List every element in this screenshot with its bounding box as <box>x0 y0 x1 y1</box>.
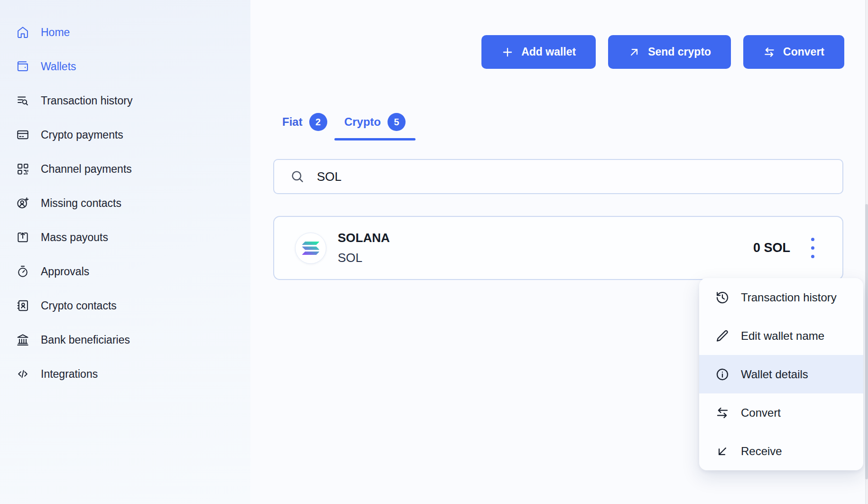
wallet-symbol: SOL <box>338 251 390 265</box>
sidebar-item-label: Crypto contacts <box>41 299 117 312</box>
wallet-name: SOLANA <box>338 231 390 245</box>
wallet-context-menu: Transaction history Edit wallet name Wal… <box>699 278 863 470</box>
kebab-dot <box>811 255 814 258</box>
sidebar-item-label: Transaction history <box>41 94 132 107</box>
sidebar-item-home[interactable]: Home <box>0 15 250 49</box>
tab-crypto-count-badge: 5 <box>388 113 406 131</box>
box-arrow-up-icon <box>16 231 29 244</box>
convert-button[interactable]: Convert <box>743 35 844 69</box>
sidebar-item-label: Home <box>41 26 70 39</box>
sidebar-item-mass-payouts[interactable]: Mass payouts <box>0 220 250 254</box>
sidebar-item-missing-contacts[interactable]: Missing contacts <box>0 186 250 220</box>
menu-item-label: Convert <box>741 406 781 420</box>
search-icon <box>290 169 305 184</box>
wallet-actions-menu-button[interactable] <box>809 237 816 260</box>
menu-item-wallet-details[interactable]: Wallet details <box>699 355 863 393</box>
sidebar-item-label: Crypto payments <box>41 129 123 141</box>
sidebar-item-crypto-payments[interactable]: Crypto payments <box>0 118 250 152</box>
qr-code-icon <box>16 162 29 176</box>
search-input[interactable] <box>317 169 831 184</box>
tab-crypto-label: Crypto <box>344 115 381 129</box>
sidebar-item-transaction-history[interactable]: Transaction history <box>0 84 250 118</box>
sidebar-item-crypto-contacts[interactable]: Crypto contacts <box>0 289 250 323</box>
convert-label: Convert <box>783 46 824 58</box>
sidebar: Home Wallets Transaction history Crypto … <box>0 0 250 504</box>
sidebar-item-label: Missing contacts <box>41 197 121 210</box>
wallet-row-solana[interactable]: SOLANA SOL 0 SOL <box>273 216 843 280</box>
sidebar-item-label: Approvals <box>41 265 89 278</box>
solana-logo-icon <box>295 233 326 264</box>
user-plus-icon <box>16 196 29 210</box>
menu-item-label: Transaction history <box>741 291 837 304</box>
sidebar-item-label: Integrations <box>41 368 98 381</box>
sidebar-item-bank-beneficiaries[interactable]: Bank beneficiaries <box>0 323 250 357</box>
history-icon <box>715 290 729 305</box>
home-icon <box>16 26 29 39</box>
wallet-names: SOLANA SOL <box>338 231 390 265</box>
menu-item-convert[interactable]: Convert <box>699 393 863 432</box>
wallet-balance: 0 SOL <box>753 241 790 255</box>
stopwatch-icon <box>16 265 29 278</box>
kebab-dot <box>811 238 814 241</box>
code-icon <box>16 367 29 381</box>
scrollbar-thumb[interactable] <box>865 204 868 479</box>
info-icon <box>715 367 729 382</box>
arrow-down-left-icon <box>715 444 729 458</box>
sidebar-item-channel-payments[interactable]: Channel payments <box>0 152 250 186</box>
swap-icon <box>715 406 729 420</box>
menu-item-label: Wallet details <box>741 368 808 381</box>
menu-item-transaction-history[interactable]: Transaction history <box>699 278 863 317</box>
wallet-search <box>273 159 843 194</box>
list-search-icon <box>16 94 29 107</box>
sidebar-item-label: Channel payments <box>41 163 132 176</box>
menu-item-label: Edit wallet name <box>741 329 824 343</box>
add-wallet-button[interactable]: Add wallet <box>481 35 596 69</box>
swap-icon <box>763 46 776 58</box>
credit-card-icon <box>16 128 29 141</box>
address-book-icon <box>16 299 29 312</box>
tab-fiat[interactable]: Fiat 2 <box>282 113 327 134</box>
wallet-icon <box>16 60 29 73</box>
sidebar-item-label: Wallets <box>41 60 76 73</box>
menu-item-label: Receive <box>741 445 782 458</box>
sidebar-item-label: Bank beneficiaries <box>41 334 130 346</box>
sidebar-nav: Home Wallets Transaction history Crypto … <box>0 15 250 391</box>
bank-icon <box>16 333 29 346</box>
plus-icon <box>501 46 514 58</box>
sidebar-item-integrations[interactable]: Integrations <box>0 357 250 391</box>
send-crypto-label: Send crypto <box>648 46 711 58</box>
send-crypto-button[interactable]: Send crypto <box>608 35 731 69</box>
wallet-type-tabs: Fiat 2 Crypto 5 <box>282 113 406 134</box>
scrollbar-track[interactable] <box>865 0 868 504</box>
sidebar-item-approvals[interactable]: Approvals <box>0 254 250 289</box>
arrow-up-right-icon <box>628 46 640 58</box>
tab-crypto[interactable]: Crypto 5 <box>344 113 406 134</box>
pencil-icon <box>715 329 729 343</box>
sidebar-item-label: Mass payouts <box>41 231 108 244</box>
menu-item-receive[interactable]: Receive <box>699 432 863 470</box>
add-wallet-label: Add wallet <box>521 46 576 58</box>
kebab-dot <box>811 246 814 250</box>
sidebar-item-wallets[interactable]: Wallets <box>0 49 250 84</box>
tab-fiat-label: Fiat <box>282 115 303 129</box>
menu-item-edit-wallet-name[interactable]: Edit wallet name <box>699 317 863 355</box>
tab-fiat-count-badge: 2 <box>309 113 327 131</box>
header-actions: Add wallet Send crypto Convert <box>481 35 844 69</box>
